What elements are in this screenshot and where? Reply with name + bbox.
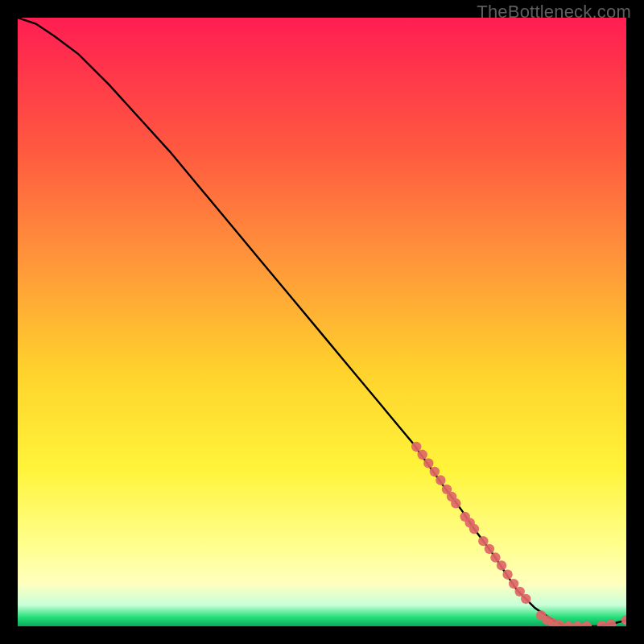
plot-area xyxy=(18,18,626,626)
chart-stage: TheBottleneck.com xyxy=(0,0,644,644)
gradient-background xyxy=(18,18,626,626)
gradient-rect xyxy=(18,18,626,626)
watermark-text: TheBottleneck.com xyxy=(477,2,631,23)
